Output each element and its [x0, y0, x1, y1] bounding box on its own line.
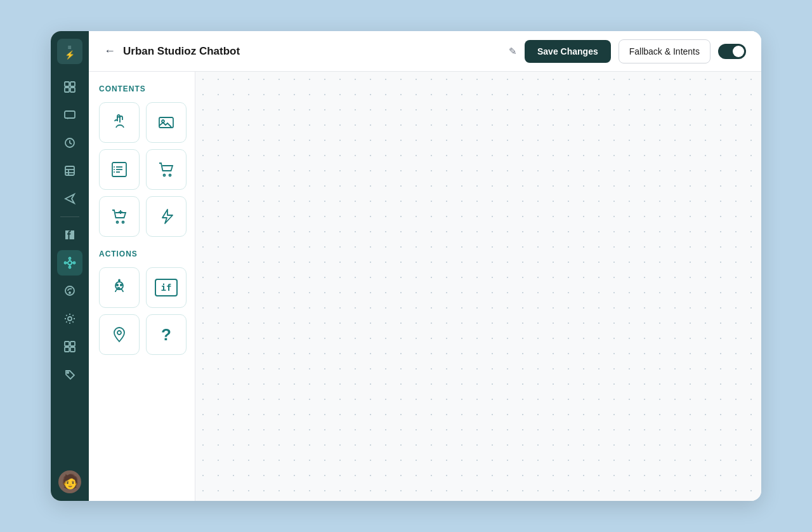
components-panel: CONTENTS: [89, 72, 195, 501]
svg-rect-24: [65, 347, 69, 352]
action-item-question[interactable]: ?: [146, 314, 187, 355]
sidebar-item-integrations[interactable]: [57, 250, 82, 276]
edit-icon[interactable]: ✎: [509, 46, 517, 57]
save-button[interactable]: Save Changes: [525, 40, 611, 63]
svg-point-45: [117, 331, 121, 335]
sidebar-item-settings[interactable]: [57, 306, 82, 331]
app-window: ≡ ⚡: [51, 31, 761, 501]
toggle-track: [718, 44, 746, 59]
svg-point-14: [74, 262, 75, 264]
logo-icon: ≡ ⚡: [65, 44, 75, 59]
content-item-shop-cart[interactable]: [99, 196, 140, 237]
svg-rect-6: [65, 166, 74, 175]
sidebar-item-contacts[interactable]: [57, 158, 82, 183]
svg-point-20: [69, 292, 70, 293]
sidebar-item-history[interactable]: [57, 130, 82, 156]
svg-rect-23: [70, 342, 75, 346]
svg-rect-4: [65, 111, 75, 118]
header-actions: Save Changes Fallback & Intents: [525, 39, 746, 63]
active-toggle[interactable]: [718, 44, 746, 59]
canvas-area: CONTENTS: [89, 72, 761, 501]
sidebar-divider: [60, 216, 79, 217]
action-item-bot[interactable]: [99, 267, 140, 308]
content-item-list[interactable]: [99, 149, 140, 190]
sidebar-item-chat-bubble[interactable]: [57, 278, 82, 303]
svg-rect-1: [70, 82, 75, 86]
fallback-button[interactable]: Fallback & Intents: [619, 39, 710, 63]
content-item-flash[interactable]: [146, 196, 187, 237]
back-button[interactable]: ←: [104, 44, 115, 58]
svg-point-39: [122, 222, 124, 223]
sidebar-item-facebook[interactable]: [57, 222, 82, 248]
content-item-cart[interactable]: [146, 149, 187, 190]
action-item-condition[interactable]: if: [146, 267, 187, 308]
svg-rect-3: [70, 88, 75, 92]
logo: ≡ ⚡: [57, 39, 82, 64]
svg-point-10: [68, 261, 72, 265]
header: ← Urban Studioz Chatbot ✎ Save Changes F…: [89, 31, 761, 72]
svg-rect-0: [65, 82, 69, 86]
svg-point-12: [69, 267, 71, 269]
page-title: Urban Studioz Chatbot: [123, 45, 497, 58]
sidebar: ≡ ⚡: [51, 31, 89, 501]
svg-point-21: [68, 317, 72, 321]
svg-point-38: [117, 222, 119, 223]
sidebar-item-grid[interactable]: [57, 74, 82, 100]
svg-point-41: [117, 284, 118, 286]
flow-canvas[interactable]: [195, 72, 761, 501]
svg-rect-25: [70, 347, 75, 352]
content-item-image[interactable]: [146, 102, 187, 143]
svg-point-42: [121, 284, 122, 286]
user-avatar[interactable]: 🧑: [58, 470, 81, 493]
sidebar-item-blocks[interactable]: [57, 334, 82, 359]
svg-point-44: [119, 280, 120, 281]
svg-point-13: [65, 262, 67, 264]
svg-point-11: [69, 258, 71, 260]
svg-rect-22: [65, 342, 69, 346]
toggle-thumb: [733, 46, 744, 57]
actions-section-title: ACTIONS: [99, 249, 185, 258]
actions-grid: if ?: [99, 267, 185, 355]
svg-point-26: [67, 372, 69, 373]
contents-section-title: CONTENTS: [99, 84, 185, 93]
svg-point-37: [169, 175, 171, 176]
main-content: ← Urban Studioz Chatbot ✎ Save Changes F…: [89, 31, 761, 501]
contents-grid: [99, 102, 185, 237]
action-item-location[interactable]: [99, 314, 140, 355]
svg-rect-2: [65, 88, 69, 92]
sidebar-item-chat[interactable]: [57, 102, 82, 128]
avatar-icon: 🧑: [62, 474, 79, 490]
content-item-gesture[interactable]: [99, 102, 140, 143]
sidebar-item-send[interactable]: [57, 186, 82, 211]
sidebar-item-tags[interactable]: [57, 362, 82, 387]
svg-point-36: [164, 175, 166, 176]
